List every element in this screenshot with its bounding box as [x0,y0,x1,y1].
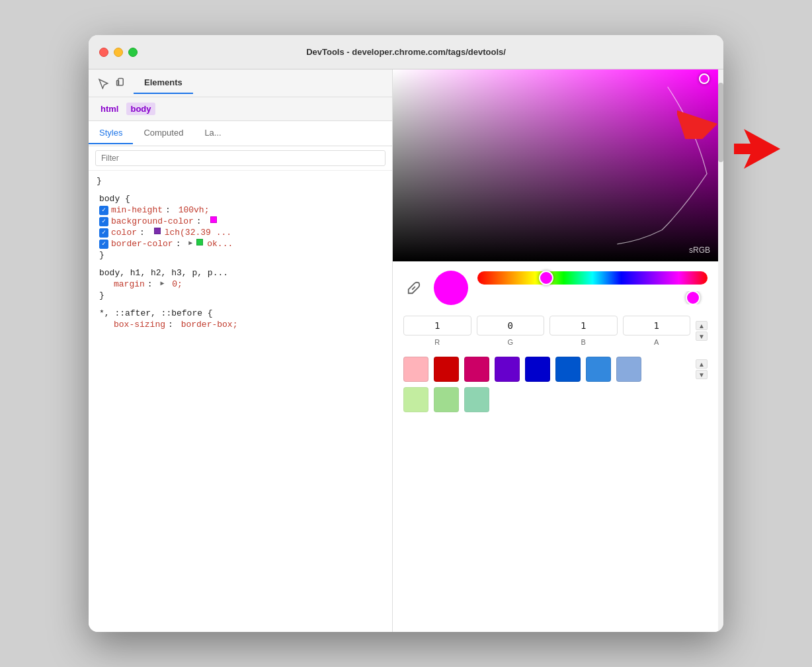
swatch-2[interactable] [464,357,489,382]
traffic-lights [99,48,138,57]
css-prop-color: color : lch(32.39 ... [97,228,384,238]
hue-slider-container[interactable] [477,271,708,285]
g-label: G [507,338,513,346]
swatch-row2-1[interactable] [434,387,459,412]
css-prop-min-height: min-height : 100vh; [97,205,384,215]
r-label: R [434,338,440,346]
devtools-content: Elements html body Styles Computed La...… [89,69,723,632]
color-swatches-row2 [403,387,708,412]
right-panel: sRGB [393,69,718,632]
css-close-brace: } [99,250,104,260]
scrollbar[interactable] [718,69,723,632]
rgba-stepper: ▲ ▼ [696,321,708,341]
scrollbar-thumb[interactable] [718,83,723,162]
gradient-curve-svg [393,69,718,261]
swatches-stepper: ▲ ▼ [696,359,708,379]
swatch-1[interactable] [434,357,459,382]
eyedropper-button[interactable] [403,277,425,298]
device-toggle-icon[interactable] [115,77,128,90]
color-gradient[interactable]: sRGB [393,69,718,261]
red-arrow-overlay [734,129,780,171]
a-label: A [654,338,659,346]
r-field: R [403,316,471,346]
color-top-row [403,271,708,305]
css-close-brace-2: } [99,290,104,300]
swatch-6[interactable] [586,357,611,382]
css-prop-box-sizing: box-sizing : border-box; [97,320,384,330]
css-prop-border-color: border-color : ▶ ok... [97,239,384,249]
breadcrumb: html body [89,97,392,121]
stepper-down-button[interactable]: ▼ [696,332,708,341]
color-controls: R G B A ▲ ▼ [393,261,718,632]
a-field: A [623,316,691,346]
swatch-row2-2[interactable] [464,387,489,412]
css-prop-margin: margin : ▶ 0; [97,279,384,289]
sliders-area [477,271,708,304]
stepper-up-button[interactable]: ▲ [696,321,708,330]
css-rule-body-headings: body, h1, h2, h3, p, p... margin : ▶ 0; … [97,268,384,300]
rgba-inputs: R G B A ▲ ▼ [403,316,708,346]
checkbox-color[interactable] [99,228,108,238]
srgb-label: sRGB [689,245,710,255]
swatch-7[interactable] [616,357,641,382]
left-panel: Elements html body Styles Computed La...… [89,69,393,632]
g-input[interactable] [477,316,545,335]
checkbox-min-height[interactable] [99,206,108,215]
css-selector-body-headings: body, h1, h2, h3, p, p... [99,268,228,278]
css-content: } body { min-height : 100vh; background [89,171,392,632]
css-rule-universal: *, ::after, ::before { box-sizing : bord… [97,308,384,330]
svg-line-3 [412,287,415,290]
breadcrumb-html[interactable]: html [97,103,122,115]
margin-arrow: ▶ [160,279,164,287]
swatches-up-button[interactable]: ▲ [696,359,708,369]
alpha-handle[interactable] [686,291,700,304]
css-selector-universal: *, ::after, ::before { [99,308,213,318]
tab-computed[interactable]: Computed [133,122,194,144]
filter-bar [89,146,392,171]
css-selector-body: body { [99,194,130,204]
color-preview-circle [434,271,468,305]
swatch-3[interactable] [495,357,520,382]
swatches-down-button[interactable]: ▼ [696,370,708,379]
alpha-slider[interactable] [477,291,708,304]
checkbox-border-color[interactable] [99,240,108,249]
sub-tabs: Styles Computed La... [89,121,392,146]
bg-color-swatch[interactable] [210,216,217,223]
swatch-0[interactable] [403,357,428,382]
b-label: B [581,338,586,346]
a-input[interactable] [623,316,691,335]
hue-slider[interactable] [477,271,708,285]
swatch-4[interactable] [525,357,550,382]
breadcrumb-body[interactable]: body [126,103,155,115]
cursor-icon[interactable] [97,77,110,90]
color-swatches: ▲ ▼ [403,357,708,382]
browser-window: DevTools - developer.chrome.com/tags/dev… [89,35,723,632]
b-input[interactable] [549,316,618,335]
filter-input[interactable] [95,150,386,166]
tab-elements[interactable]: Elements [134,72,193,94]
arrow-indicator: ▶ [188,239,192,247]
titlebar: DevTools - developer.chrome.com/tags/dev… [89,35,723,69]
css-rule-closing-brace: } [97,176,384,186]
svg-marker-2 [677,99,717,139]
color-swatch[interactable] [154,228,161,234]
minimize-button[interactable] [114,48,123,57]
red-arrow-annotation [677,99,723,142]
g-field: G [477,316,545,346]
hue-handle[interactable] [539,271,553,285]
svg-marker-4 [734,129,780,169]
alpha-slider-container[interactable] [477,291,708,304]
maximize-button[interactable] [128,48,138,57]
window-title: DevTools - developer.chrome.com/tags/dev… [306,47,506,57]
border-color-swatch[interactable] [196,239,203,245]
panel-toolbar: Elements [89,69,392,97]
checkbox-bg-color[interactable] [99,217,108,226]
swatch-row2-0[interactable] [403,387,428,412]
swatch-5[interactable] [555,357,581,382]
b-field: B [549,316,618,346]
tab-layout[interactable]: La... [194,122,231,144]
tab-styles[interactable]: Styles [89,122,133,144]
close-button[interactable] [99,48,108,57]
r-input[interactable] [403,316,471,335]
gradient-handle[interactable] [699,73,710,84]
